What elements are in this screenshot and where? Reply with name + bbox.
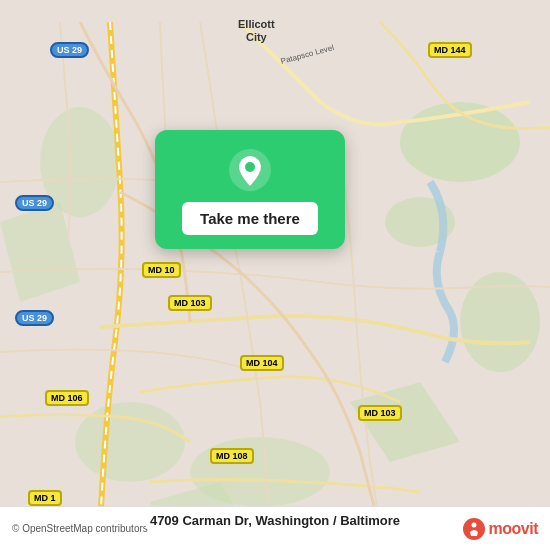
road-badge-md144: MD 144 — [428, 42, 472, 58]
road-badge-md103-bot: MD 103 — [358, 405, 402, 421]
road-badge-md104: MD 104 — [240, 355, 284, 371]
road-badge-us29-mid: US 29 — [15, 195, 54, 211]
road-badge-md1-bot: MD 1 — [28, 490, 62, 506]
location-pin-icon — [228, 148, 272, 192]
moovit-brand-icon — [463, 518, 485, 540]
map-background — [0, 0, 550, 550]
moovit-logo: moovit — [463, 518, 538, 540]
road-badge-md10-mid: MD 10 — [142, 262, 181, 278]
road-badge-md106: MD 106 — [45, 390, 89, 406]
road-badge-md103-mid: MD 103 — [168, 295, 212, 311]
svg-point-13 — [471, 522, 476, 527]
road-badge-us29-bot: US 29 — [15, 310, 54, 326]
bottom-bar: © OpenStreetMap contributors moovit — [0, 506, 550, 550]
svg-point-12 — [463, 518, 485, 540]
location-popup[interactable]: Take me there — [155, 130, 345, 249]
map-container: EllicottCity Patapsco Level US 29 US 29 … — [0, 0, 550, 550]
svg-point-11 — [245, 162, 255, 172]
take-me-there-button[interactable]: Take me there — [182, 202, 318, 235]
moovit-logo-text: moovit — [489, 520, 538, 538]
road-badge-md108: MD 108 — [210, 448, 254, 464]
road-badge-us29-top: US 29 — [50, 42, 89, 58]
map-attribution: © OpenStreetMap contributors — [12, 523, 148, 534]
city-label-ellicott: EllicottCity — [238, 18, 275, 44]
